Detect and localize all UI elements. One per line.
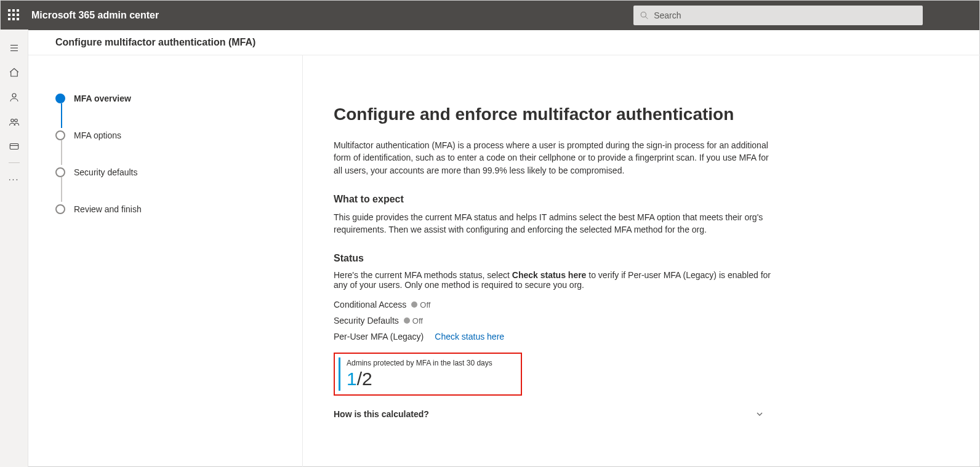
what-to-expect-body: This guide provides the current MFA stat… (334, 211, 777, 236)
metric-caption: Admins protected by MFA in the last 30 d… (347, 359, 517, 367)
wizard-step-label: MFA options (74, 130, 121, 140)
svg-point-0 (641, 12, 646, 17)
chevron-down-icon (755, 409, 765, 419)
search-input[interactable] (654, 10, 917, 20)
how-calculated-accordion[interactable]: How is this calculated? (334, 409, 765, 419)
metric-value: 1/2 (347, 369, 517, 389)
main-content: Configure and enforce multifactor authen… (303, 55, 980, 467)
main-heading: Configure and enforce multifactor authen… (334, 105, 943, 124)
people-icon (9, 116, 20, 127)
intro-paragraph: Multifactor authentication (MFA) is a pr… (334, 139, 777, 177)
check-status-link[interactable]: Check status here (435, 332, 504, 341)
wizard-step-mfa-options[interactable]: MFA options (55, 117, 302, 154)
left-nav-rail: ··· (0, 30, 28, 467)
nav-home[interactable] (0, 60, 28, 85)
svg-point-5 (12, 94, 16, 97)
card-icon (9, 141, 20, 152)
wizard-step-label: Security defaults (74, 167, 138, 177)
status-label: Per-User MFA (Legacy) (334, 332, 424, 341)
wizard-step-label: Review and finish (74, 204, 142, 214)
nav-users[interactable] (0, 85, 28, 110)
nav-more[interactable]: ··· (0, 167, 28, 191)
product-title: Microsoft 365 admin center (31, 10, 159, 21)
nav-toggle-button[interactable] (0, 36, 28, 60)
metric-highlight-box: Admins protected by MFA in the last 30 d… (334, 353, 522, 396)
search-box[interactable] (633, 6, 923, 25)
status-dot-icon (404, 317, 410, 324)
hamburger-icon (9, 42, 20, 54)
wizard-step-label: MFA overview (74, 94, 131, 103)
status-conditional-access: Conditional Access Off (334, 300, 943, 309)
status-value: Off (412, 316, 423, 325)
wizard-steps: MFA overview MFA options Security defaul… (28, 55, 303, 467)
what-to-expect-heading: What to expect (334, 194, 943, 205)
page-title: Configure multifactor authentication (MF… (55, 37, 255, 48)
nav-billing[interactable] (0, 134, 28, 159)
status-label: Security Defaults (334, 316, 399, 325)
svg-rect-8 (10, 144, 18, 150)
wizard-step-review-finish[interactable]: Review and finish (55, 191, 302, 228)
status-label: Conditional Access (334, 300, 406, 309)
status-dot-icon (411, 301, 417, 308)
status-per-user-mfa: Per-User MFA (Legacy) Check status here (334, 332, 943, 341)
status-heading: Status (334, 253, 943, 264)
app-launcher-icon[interactable] (8, 9, 20, 22)
status-value: Off (420, 300, 430, 309)
search-icon (640, 10, 649, 20)
home-icon (9, 67, 20, 78)
svg-point-6 (10, 119, 14, 122)
svg-point-7 (14, 119, 17, 122)
svg-line-1 (645, 17, 648, 19)
accordion-label: How is this calculated? (334, 409, 429, 419)
wizard-step-security-defaults[interactable]: Security defaults (55, 154, 302, 191)
wizard-step-mfa-overview[interactable]: MFA overview (55, 80, 302, 117)
nav-groups[interactable] (0, 110, 28, 134)
status-intro: Here's the current MFA methods status, s… (334, 270, 777, 290)
person-icon (9, 92, 20, 103)
status-security-defaults: Security Defaults Off (334, 316, 943, 325)
